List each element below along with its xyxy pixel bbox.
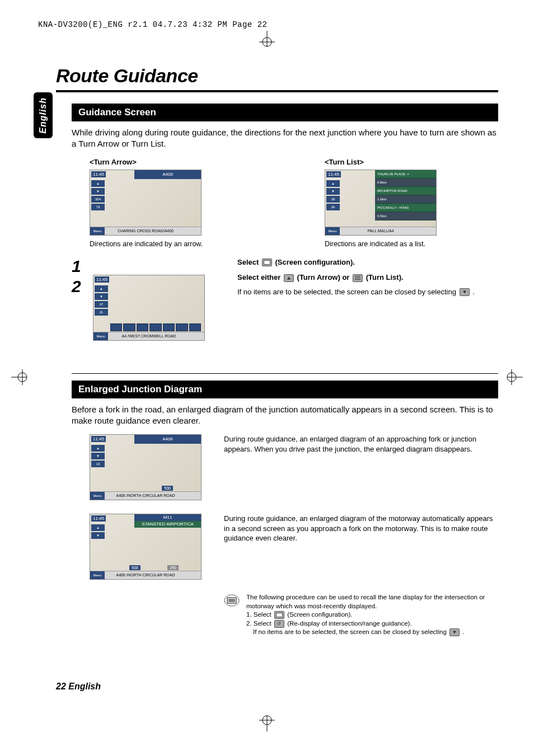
- section-heading-guidance: Guidance Screen: [72, 104, 498, 121]
- note-line1: 1. Select (Screen configuration).: [246, 611, 498, 619]
- section-heading-enlarged: Enlarged Junction Diagram: [72, 381, 498, 398]
- language-tab-label: English: [38, 97, 48, 134]
- crop-mark-left: [11, 366, 34, 391]
- screenshot-motorway: 11:45 M11 STANSTED AIRPORT/CA ▲ ▼ 250 50…: [90, 514, 202, 580]
- ss-dist2: 500: [129, 565, 140, 570]
- ss-time: 11:45: [91, 171, 106, 177]
- ss-menu: Menu: [90, 227, 105, 235]
- note-icon: [224, 593, 240, 637]
- list-item: THURLOE PLACE ->: [375, 170, 436, 179]
- ss-time: 11:45: [91, 436, 106, 442]
- title-rule: [56, 90, 498, 92]
- turn-list-caption: Directions are indicated as a list.: [325, 240, 493, 248]
- note-line2: 2. Select (Re-display of intersection/ra…: [246, 619, 498, 628]
- ss-bottom: A406 /NORTH CIRCULAR ROAD: [90, 571, 201, 579]
- ss-menu: Menu: [90, 492, 105, 500]
- ss-time: 11:45: [91, 515, 106, 522]
- ss-dist: 354: [91, 196, 105, 203]
- ss-dist: 28: [326, 196, 340, 203]
- step2-note: If no items are to be selected, the scre…: [237, 288, 498, 297]
- page-title: Route Guidance: [56, 65, 498, 87]
- ss-menu: Menu: [93, 332, 108, 340]
- ss-dist2: 73: [91, 204, 105, 210]
- list-item: 1.0km: [375, 195, 436, 204]
- note-intro: The following procedure can be used to r…: [246, 593, 498, 611]
- list-item: PICCADILLY ->KNIG: [375, 204, 436, 212]
- ss-banner: M11: [134, 514, 201, 521]
- ss-bottom: A406 /NORTH CIRCULAR ROAD: [90, 491, 201, 500]
- turn-arrow-label: <Turn Arrow>: [90, 158, 257, 166]
- ss-menu: Menu: [325, 227, 340, 235]
- divider: [72, 373, 498, 374]
- section2-intro: Before a fork in the road, an enlarged d…: [72, 404, 498, 427]
- note-line3: If no items are to be selected, the scre…: [246, 628, 498, 637]
- language-tab: English: [34, 92, 53, 138]
- content: Route Guidance Guidance Screen While dri…: [56, 65, 498, 637]
- ss-bottom: CHARING CROSS ROAD/A400: [90, 227, 201, 235]
- note-body: The following procedure can be used to r…: [246, 593, 498, 637]
- screenshot-junction: 11:45 A406 ▲ ▼ 13 500 A406 /NORTH CIRCUL…: [90, 434, 202, 500]
- step-number-1: 1: [72, 258, 85, 275]
- ss-side-dist: 13: [91, 461, 105, 467]
- crop-mark-bottom: [256, 709, 278, 734]
- enlarged-para2: During route guidance, an enlarged diagr…: [224, 514, 498, 580]
- ss-dist: 27: [95, 301, 108, 308]
- ss-bottom: PALL MALL/A4: [325, 227, 436, 235]
- page: KNA-DV3200(E)_ENG r2.1 04.7.23 4:32 PM P…: [0, 0, 534, 756]
- ss-dist2: 26: [326, 204, 340, 210]
- ss-bottom: A4 /WEST CROMWELL ROAD: [93, 332, 204, 340]
- step2-text: Select either (Turn Arrow) or (Turn List…: [237, 273, 498, 282]
- turn-list-icon: [353, 274, 363, 282]
- ss-menu: Menu: [90, 571, 105, 579]
- ss-banner: A406: [134, 435, 201, 444]
- ss-dist2: 21: [95, 309, 108, 316]
- close-down-icon: [460, 288, 470, 296]
- enlarged-para1: During route guidance, an enlarged diagr…: [224, 434, 498, 500]
- close-down-icon: [449, 628, 460, 636]
- list-item: 0.8km: [375, 179, 436, 187]
- screenshot-turn-arrow: 11:45 A400 ▲ ▼ 354 73 CHARING CROSS ROAD…: [90, 170, 202, 236]
- ss-time: 11:45: [326, 171, 341, 177]
- step-number-2: 2: [72, 278, 85, 295]
- list-item: 0.5km: [375, 212, 436, 220]
- screenshot-turn-list: 11:45 ▲ ▼ 28 26 THURLOE PLACE -> 0.8km B…: [325, 170, 437, 236]
- crop-mark-top: [256, 31, 278, 55]
- turn-arrow-caption: Directions are indicated by an arrow.: [90, 240, 257, 248]
- screen-config-icon: [262, 259, 272, 266]
- step1-text: Select (Screen configuration).: [237, 258, 498, 267]
- page-footer: 22 English: [56, 682, 101, 692]
- turn-list-label: <Turn List>: [325, 158, 493, 166]
- ss-banner2: STANSTED AIRPORT/CA: [134, 521, 201, 528]
- ss-dist: 500: [162, 486, 173, 491]
- ss-banner: A400: [134, 170, 201, 179]
- crop-mark-right: [500, 366, 523, 391]
- print-header: KNA-DV3200(E)_ENG r2.1 04.7.23 4:32 PM P…: [38, 20, 267, 29]
- screenshot-step2: 11:45 ▲ ▼ 27 21 A4 /WEST CROMWELL ROAD M…: [93, 275, 205, 341]
- turn-arrow-icon: [284, 274, 294, 282]
- redisplay-icon: [274, 620, 284, 628]
- list-item: BROMPTON ROAD: [375, 187, 436, 195]
- screen-config-icon: [274, 611, 284, 619]
- ss-dist: 250: [167, 565, 179, 570]
- section1-intro: While driving along during route guidanc…: [72, 127, 498, 150]
- ss-time: 11:45: [95, 276, 109, 283]
